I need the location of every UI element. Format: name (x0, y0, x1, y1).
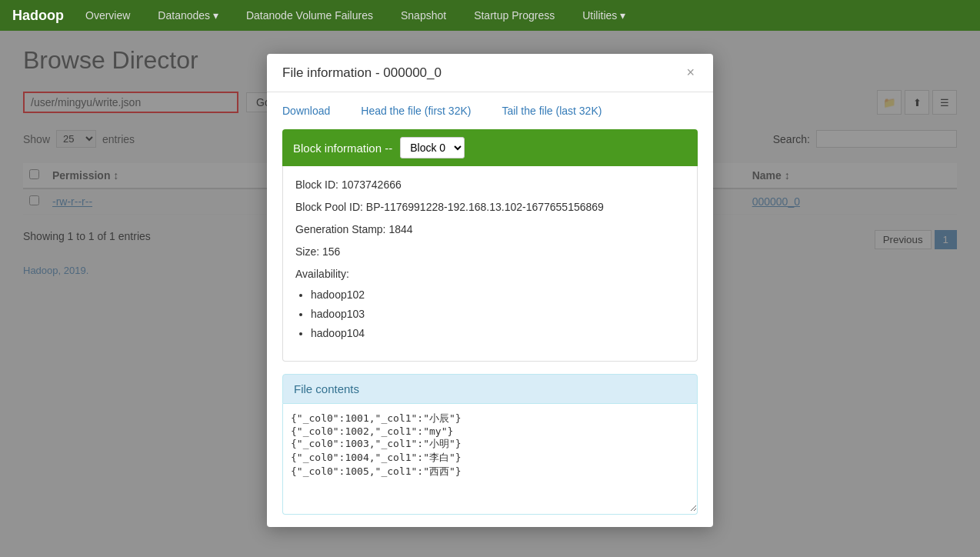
modal-header: File information - 000000_0 × (267, 54, 713, 92)
block-id: Block ID: 1073742666 (295, 177, 685, 193)
nav-snapshot[interactable]: Snapshot (395, 6, 452, 25)
head-file-link[interactable]: Head the file (first 32K) (361, 105, 471, 117)
size: Size: 156 (295, 244, 685, 260)
nav-overview[interactable]: Overview (79, 6, 136, 25)
navbar: Hadoop Overview Datanodes ▾ Datanode Vol… (0, 0, 980, 31)
file-contents-body (282, 404, 698, 515)
availability-item-2: hadoop104 (311, 324, 685, 343)
block-info-header: Block information -- Block 0 (282, 129, 698, 166)
generation-stamp: Generation Stamp: 1844 (295, 222, 685, 238)
download-link[interactable]: Download (282, 105, 330, 117)
close-button[interactable]: × (683, 65, 698, 81)
nav-datanode-volume[interactable]: Datanode Volume Failures (240, 6, 379, 25)
block-pool-id: Block Pool ID: BP-1176991228-192.168.13.… (295, 199, 685, 215)
nav-utilities[interactable]: Utilities ▾ (576, 6, 632, 25)
modal-body: Download Head the file (first 32K) Tail … (267, 92, 713, 527)
page-background: Browse Director Go! 📁 ⬆ ☰ Show 25 50 100… (0, 31, 980, 557)
availability-item-1: hadoop103 (311, 305, 685, 324)
file-contents-header: File contents (282, 374, 698, 404)
nav-startup-progress[interactable]: Startup Progress (468, 6, 561, 25)
file-info-modal: File information - 000000_0 × Download H… (267, 54, 713, 527)
modal-overlay: File information - 000000_0 × Download H… (0, 31, 980, 557)
block-info-label: Block information -- (293, 142, 392, 155)
file-contents-label: File contents (294, 382, 359, 395)
file-contents-textarea[interactable] (283, 404, 697, 512)
availability-label: Availability: hadoop102 hadoop103 hadoop… (295, 266, 685, 344)
modal-title: File information - 000000_0 (282, 65, 442, 81)
nav-datanodes[interactable]: Datanodes ▾ (152, 6, 225, 25)
availability-item-0: hadoop102 (311, 285, 685, 305)
block-info-body: Block ID: 1073742666 Block Pool ID: BP-1… (282, 166, 698, 362)
modal-actions: Download Head the file (first 32K) Tail … (282, 105, 698, 117)
tail-file-link[interactable]: Tail the file (last 32K) (502, 105, 602, 117)
block-select[interactable]: Block 0 (400, 137, 465, 158)
availability-list: hadoop102 hadoop103 hadoop104 (311, 285, 685, 344)
navbar-brand: Hadoop (12, 8, 64, 24)
